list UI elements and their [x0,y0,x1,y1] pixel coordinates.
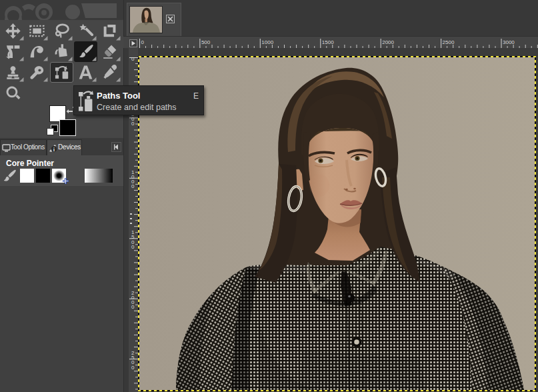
svg-text:3000: 3000 [503,39,515,45]
svg-text:0: 0 [131,244,135,250]
svg-text:2000: 2000 [382,39,394,45]
svg-text:0: 0 [131,304,135,310]
svg-text:500: 500 [201,39,211,45]
svg-text:2500: 2500 [443,39,455,45]
svg-text:0: 0 [131,121,135,127]
svg-text:1500: 1500 [322,39,334,45]
svg-text:0: 0 [131,183,135,189]
svg-text:0: 0 [131,56,135,62]
svg-text:0: 0 [141,39,145,45]
svg-text:1000: 1000 [261,39,273,45]
svg-text:0: 0 [131,365,135,371]
